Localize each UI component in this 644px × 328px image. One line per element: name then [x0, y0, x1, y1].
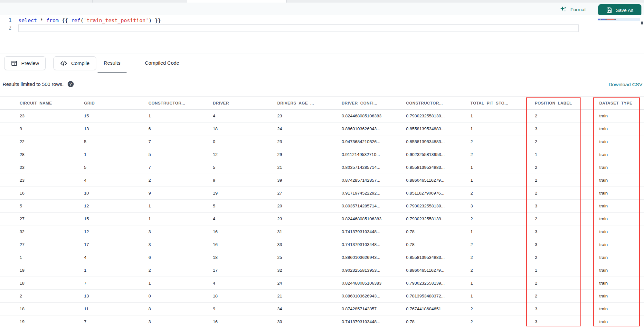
- table-cell: 24: [277, 281, 342, 286]
- table-cell: 2: [535, 165, 599, 170]
- header-cell: DRIVER: [213, 101, 277, 105]
- table-header-row: CIRCUIT_NAMEGRIDCONSTRUCTOR...DRIVERDRIV…: [0, 97, 644, 110]
- table-cell: 0.9473684210526...: [342, 139, 406, 144]
- table-cell: 19: [20, 319, 84, 324]
- header-cell: DATASET_TYPE: [599, 101, 644, 105]
- download-csv-link[interactable]: Download CSV: [609, 82, 642, 87]
- table-row: 213018210.8860103626943...0.781395348837…: [0, 290, 644, 303]
- code-line-2[interactable]: 2: [0, 24, 18, 32]
- table-cell: train: [599, 255, 644, 260]
- table-cell: 5: [213, 204, 277, 208]
- table-cell: 0.7930232558139...: [406, 114, 470, 118]
- table-cell: 2: [470, 242, 535, 247]
- table-cell: 4: [213, 216, 277, 221]
- results-table: CIRCUIT_NAMEGRIDCONSTRUCTOR...DRIVERDRIV…: [0, 96, 644, 328]
- table-cell: 2: [470, 268, 535, 273]
- table-cell: 2: [535, 294, 599, 298]
- sparkles-icon: [560, 6, 567, 13]
- table-cell: 7: [148, 165, 213, 170]
- compile-button[interactable]: Compile: [53, 56, 96, 70]
- table-cell: 2: [20, 294, 84, 298]
- file-tabstrip[interactable]: [0, 0, 644, 3]
- table-cell: 6: [148, 255, 213, 260]
- table-cell: 22: [20, 139, 84, 144]
- table-cell: 0.8860103626943...: [342, 126, 406, 131]
- table-cell: 19: [20, 268, 84, 273]
- table-cell: 0.8860103626943...: [342, 294, 406, 298]
- table-cell: 30: [277, 319, 342, 324]
- table-cell: 29: [277, 152, 342, 157]
- header-cell: TOTAL_PIT_STO...: [470, 101, 535, 105]
- table-cell: 39: [277, 178, 342, 183]
- table-cell: 25: [277, 255, 342, 260]
- table-cell: train: [599, 319, 644, 324]
- table-cell: 0.7674418604651...: [406, 306, 470, 311]
- table-cell: 16: [213, 229, 277, 234]
- table-row: 913618240.8860103626943...0.855813953488…: [0, 123, 644, 135]
- table-cell: 3: [470, 204, 535, 208]
- sql-editor[interactable]: 1 select * from {{ ref('train_test_posit…: [0, 15, 644, 53]
- table-cell: 15: [84, 216, 148, 221]
- table-cell: 2: [148, 178, 213, 183]
- table-cell: train: [599, 281, 644, 286]
- tab-separator: [92, 0, 93, 3]
- code-icon: [60, 60, 67, 67]
- table-cell: 4: [213, 114, 277, 118]
- table-cell: 0.8035714285714...: [342, 204, 406, 208]
- table-cell: 21: [277, 165, 342, 170]
- table-cell: 0.7930232558139...: [406, 281, 470, 286]
- format-button[interactable]: Format: [558, 5, 588, 14]
- header-cell: GRID: [84, 101, 148, 105]
- table-cell: 1: [148, 114, 213, 118]
- table-cell: 0.824468085106383: [342, 114, 406, 118]
- table-cell: 2: [470, 216, 535, 221]
- save-icon: [606, 7, 612, 13]
- table-cell: 23: [277, 216, 342, 221]
- table-cell: 16: [213, 319, 277, 324]
- table-cell: 2: [470, 191, 535, 196]
- save-as-button[interactable]: Save As: [598, 4, 641, 16]
- table-cell: 0.8860465116279...: [406, 178, 470, 183]
- editor-minimap[interactable]: [598, 15, 641, 44]
- table-cell: 7: [84, 319, 148, 324]
- format-label: Format: [570, 7, 586, 12]
- table-cell: 33: [277, 242, 342, 247]
- table-cell: 5: [148, 152, 213, 157]
- table-cell: 0.9023255813953...: [342, 268, 406, 273]
- table-cell: 4: [84, 178, 148, 183]
- active-file-tab[interactable]: [187, 0, 286, 3]
- table-cell: 0.7413793103448...: [342, 242, 406, 247]
- table-cell: 0.8742857142857...: [342, 178, 406, 183]
- tab-separator: [286, 0, 287, 3]
- table-cell: 9: [20, 126, 84, 131]
- table-cell: 23: [20, 114, 84, 118]
- tab-compiled-code[interactable]: Compiled Code: [139, 53, 185, 73]
- code-line-1[interactable]: 1 select * from {{ ref('train_test_posit…: [0, 17, 161, 24]
- table-row: 197316300.7413793103448...0.7823train: [0, 315, 644, 328]
- table-cell: 1: [20, 255, 84, 260]
- header-cell: DRIVERS_AGE_...: [277, 101, 342, 105]
- table-cell: 9: [213, 178, 277, 183]
- table-cell: 12: [84, 204, 148, 208]
- table-row: 231514230.8244680851063830.7930232558139…: [0, 110, 644, 123]
- tab-results[interactable]: Results: [98, 53, 127, 73]
- preview-button[interactable]: Preview: [4, 56, 46, 70]
- table-cell: 2: [470, 319, 535, 324]
- table-cell: 18: [20, 281, 84, 286]
- table-cell: 1: [148, 281, 213, 286]
- table-cell: 10: [84, 191, 148, 196]
- table-cell: 0.8860103626943...: [342, 255, 406, 260]
- table-cell: 17: [213, 268, 277, 273]
- table-cell: 12: [84, 229, 148, 234]
- table-cell: 23: [277, 139, 342, 144]
- minimap-code-line: [598, 19, 616, 20]
- table-cell: 2: [470, 152, 535, 157]
- table-cell: 1: [470, 281, 535, 286]
- table-cell: train: [599, 294, 644, 298]
- table-cell: 28: [20, 152, 84, 157]
- table-cell: train: [599, 306, 644, 311]
- table-cell: 1: [470, 114, 535, 118]
- table-cell: 20: [277, 204, 342, 208]
- scrollbar-thumb[interactable]: [641, 22, 643, 24]
- help-icon[interactable]: ?: [68, 81, 74, 87]
